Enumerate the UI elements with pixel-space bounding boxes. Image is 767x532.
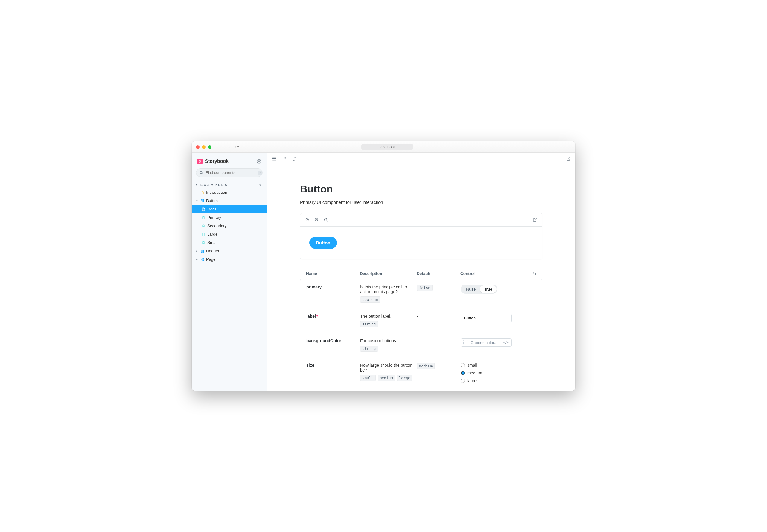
chevron-down-icon: ▾ — [196, 198, 198, 204]
open-external-icon[interactable] — [566, 156, 571, 162]
preview-box: Button — [300, 213, 542, 259]
svg-point-20 — [283, 159, 283, 159]
back-button[interactable]: ← — [219, 145, 223, 149]
code-toggle-icon[interactable]: </> — [503, 341, 509, 345]
svg-rect-11 — [201, 258, 202, 259]
fullscreen-window-button[interactable] — [208, 145, 212, 149]
toggle-false[interactable]: False — [462, 285, 480, 293]
tree-item-button[interactable]: ▾ Button — [192, 197, 267, 205]
grid-tool-icon[interactable] — [282, 156, 287, 162]
svg-rect-6 — [201, 201, 202, 202]
arg-enum-chip: medium — [378, 375, 395, 381]
toggle-true[interactable]: True — [480, 285, 496, 293]
search-field[interactable] — [206, 170, 256, 175]
arg-type-chip: string — [360, 346, 378, 352]
tree-label: Docs — [207, 206, 217, 212]
svg-point-24 — [284, 160, 285, 160]
page-title: Button — [300, 183, 542, 195]
arg-desc: For custom buttons — [360, 338, 396, 343]
minimize-window-button[interactable] — [202, 145, 206, 149]
storybook-app: S Storybook / ▾ EXAMPLES — [192, 153, 575, 391]
arg-enum-chip: small — [360, 375, 376, 381]
svg-rect-12 — [203, 258, 204, 259]
story-icon — [201, 241, 206, 244]
chevron-down-icon: ▾ — [196, 183, 199, 186]
tree-item-small[interactable]: Small — [192, 239, 267, 247]
sidebar: S Storybook / ▾ EXAMPLES — [192, 153, 267, 391]
tree-label: Large — [207, 231, 218, 237]
arg-default: medium — [417, 363, 435, 369]
boolean-toggle[interactable]: False True — [461, 285, 497, 294]
demo-button[interactable]: Button — [309, 237, 337, 249]
zoom-in-icon[interactable] — [305, 218, 310, 222]
arg-row-backgroundcolor: backgroundColor For custom buttons strin… — [300, 333, 542, 357]
tree-item-introduction[interactable]: Introduction — [192, 188, 267, 197]
color-control[interactable]: Choose color... </> — [461, 338, 511, 347]
radio-option-small[interactable]: small — [461, 363, 536, 368]
chevron-right-icon: ▸ — [196, 256, 198, 262]
tree-item-header[interactable]: ▸ Header — [192, 247, 267, 255]
open-external-icon[interactable] — [533, 218, 537, 222]
svg-line-29 — [308, 221, 309, 222]
svg-line-27 — [568, 157, 570, 159]
svg-point-22 — [285, 159, 286, 159]
tree-item-docs[interactable]: Docs — [192, 205, 267, 213]
section-examples[interactable]: ▾ EXAMPLES ⇅ — [192, 181, 267, 188]
svg-rect-14 — [201, 260, 202, 261]
zoom-out-icon[interactable] — [314, 218, 319, 222]
reset-controls-icon[interactable] — [532, 271, 536, 276]
svg-point-19 — [285, 157, 286, 158]
main-panel: Button Primary UI component for user int… — [267, 153, 575, 391]
args-table: primary Is this the principle call to ac… — [300, 279, 542, 391]
svg-rect-15 — [272, 158, 276, 160]
radio-option-medium[interactable]: medium — [461, 371, 536, 375]
document-icon — [201, 207, 206, 211]
component-icon — [200, 249, 204, 253]
close-window-button[interactable] — [196, 145, 200, 149]
search-icon — [199, 171, 203, 175]
search-input[interactable]: / — [196, 168, 263, 177]
search-shortcut-hint: / — [258, 171, 262, 175]
tree-label: Small — [207, 240, 218, 246]
reload-button[interactable]: ⟳ — [236, 145, 239, 149]
svg-line-36 — [327, 221, 328, 222]
arg-row-primary: primary Is this the principle call to ac… — [300, 279, 542, 308]
outline-tool-icon[interactable] — [292, 156, 297, 162]
svg-rect-13 — [203, 260, 204, 261]
arg-default: - — [417, 314, 418, 319]
arg-desc: How large should the button be? — [360, 363, 417, 372]
tree-item-large[interactable]: Large — [192, 230, 267, 239]
story-icon — [201, 216, 206, 219]
zoom-reset-icon[interactable] — [324, 218, 328, 222]
address-bar[interactable]: localhost — [361, 144, 412, 150]
radio-control: small medium large — [461, 363, 536, 383]
browser-nav: ← → ⟳ — [219, 145, 239, 149]
story-icon — [201, 224, 206, 228]
forward-button[interactable]: → — [227, 145, 231, 149]
sort-icon[interactable]: ⇅ — [259, 183, 263, 186]
arg-desc: The button label. — [360, 314, 391, 319]
col-header-name: Name — [306, 271, 360, 276]
svg-point-17 — [283, 157, 283, 158]
arg-name: primary — [306, 285, 322, 289]
svg-rect-5 — [203, 201, 204, 202]
arg-default: - — [417, 338, 418, 343]
preview-canvas: Button — [300, 227, 542, 259]
tree-item-page[interactable]: ▸ Page — [192, 255, 267, 264]
settings-gear-icon[interactable] — [257, 159, 262, 164]
text-control-input[interactable] — [461, 314, 511, 322]
radio-option-large[interactable]: large — [461, 378, 536, 383]
svg-rect-7 — [201, 250, 202, 251]
tree-item-primary[interactable]: Primary — [192, 213, 267, 222]
brand[interactable]: S Storybook — [197, 159, 229, 164]
tree-label: Header — [206, 248, 219, 254]
svg-line-37 — [534, 218, 537, 220]
preview-toolbar — [300, 213, 542, 227]
viewport-tool-icon[interactable] — [271, 156, 277, 162]
tree-item-secondary[interactable]: Secondary — [192, 222, 267, 230]
svg-rect-9 — [203, 251, 204, 253]
svg-rect-3 — [201, 200, 202, 201]
document-icon — [200, 191, 204, 194]
arg-row-onclick: onClick Optional click handler - - — [300, 389, 542, 391]
tree-label: Secondary — [207, 223, 227, 229]
